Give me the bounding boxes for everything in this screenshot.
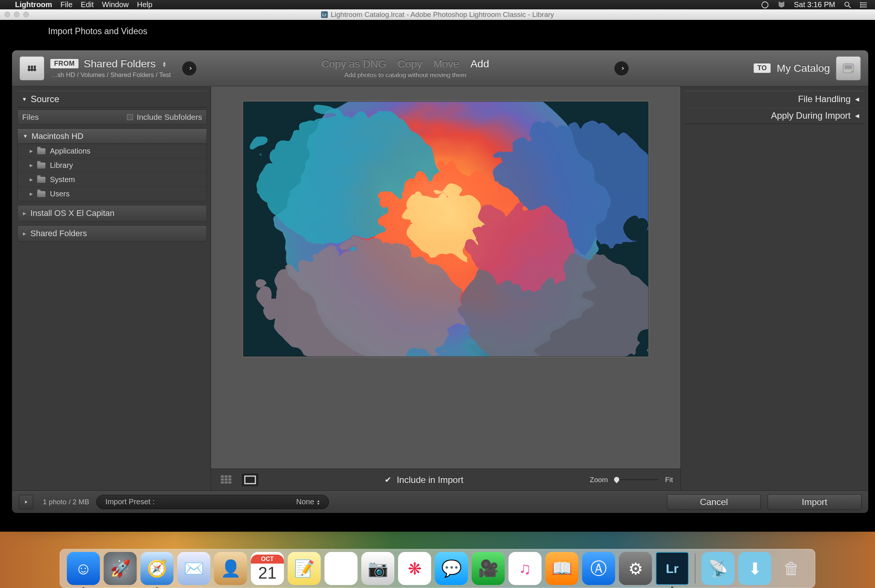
destination-drive-icon[interactable]	[836, 56, 861, 80]
creative-cloud-icon[interactable]	[761, 1, 769, 9]
dock-app-notes[interactable]: 📝	[288, 552, 321, 585]
svg-point-11	[33, 68, 36, 71]
include-subfolders-checkbox[interactable]	[127, 114, 133, 120]
dock-app-sysprefs[interactable]: ⚙	[619, 552, 652, 585]
source-drive-icon[interactable]	[20, 56, 44, 80]
dock-app-photos[interactable]: ❋	[398, 552, 431, 585]
dock-separator	[695, 553, 695, 583]
source-picker-icon[interactable]: ▴▾	[163, 61, 166, 67]
dock-app-facetime[interactable]: 🎥	[472, 552, 505, 585]
chevron-right-icon: ▶	[30, 163, 33, 168]
minimize-window-button[interactable]	[14, 12, 20, 17]
folder-system[interactable]: ▶System	[18, 172, 207, 187]
volume-label: Macintosh HD	[32, 131, 83, 141]
preview-area	[211, 86, 680, 469]
chevron-right-icon: ▶	[30, 191, 33, 196]
svg-rect-16	[845, 65, 852, 69]
fit-label[interactable]: Fit	[665, 476, 673, 484]
folder-icon	[37, 148, 45, 154]
svg-point-6	[860, 2, 861, 3]
svg-rect-35	[228, 481, 231, 484]
dock-app-launchpad[interactable]: 🚀	[104, 552, 137, 585]
dock-app-appstore[interactable]: Ⓐ	[582, 552, 615, 585]
dock-app-photobooth[interactable]: 📷	[361, 552, 394, 585]
cancel-button[interactable]: Cancel	[667, 494, 761, 510]
menu-file[interactable]: File	[60, 0, 72, 9]
dock-app-downloads[interactable]: ⬇	[738, 552, 771, 585]
dock-app-contacts[interactable]: 👤	[214, 552, 247, 585]
app-doc-icon: Lr	[321, 11, 328, 18]
mode-copy[interactable]: Copy	[398, 58, 422, 70]
minimize-import-button[interactable]	[19, 495, 33, 509]
folder-users[interactable]: ▶Users	[18, 187, 207, 201]
preview-panel: ✔ Include in Import Zoom Fit	[211, 86, 680, 490]
zoom-slider[interactable]	[614, 479, 659, 480]
close-window-button[interactable]	[5, 12, 10, 17]
volume-macintosh-hd[interactable]: ▼ Macintosh HD	[18, 129, 207, 144]
folder-icon	[37, 191, 45, 197]
dock-app-finder[interactable]: ☺	[67, 552, 100, 585]
menu-window[interactable]: Window	[102, 0, 129, 9]
file-handling-header[interactable]: File Handling ◀	[685, 91, 864, 107]
dock-app-reminders[interactable]: ▥	[324, 552, 358, 585]
svg-rect-13	[31, 65, 33, 68]
dock-app-airdrop[interactable]: 📡	[702, 552, 735, 585]
menu-edit[interactable]: Edit	[81, 0, 94, 9]
volume-shared-folders[interactable]: ▶Shared Folders	[17, 225, 207, 242]
macos-menubar: Lightroom File Edit Window Help Sat 3:16…	[0, 0, 875, 9]
include-subfolders-label: Include Subfolders	[137, 113, 202, 122]
notification-center-icon[interactable]	[860, 1, 868, 9]
import-button[interactable]: Import	[768, 494, 861, 510]
dock-app-safari[interactable]: 🧭	[140, 552, 173, 585]
mode-move[interactable]: Move	[433, 58, 459, 70]
source-section-header[interactable]: ▼ Source	[17, 91, 207, 107]
zoom-slider-knob[interactable]	[613, 476, 620, 483]
files-label: Files	[22, 113, 39, 122]
dock-app-trash[interactable]: 🗑	[775, 552, 808, 585]
grid-view-button[interactable]	[219, 473, 235, 486]
dock-app-mail[interactable]: ✉️	[177, 552, 210, 585]
folder-icon	[37, 177, 45, 183]
dock-app-calendar[interactable]: OCT21	[251, 552, 284, 585]
source-path: …sh HD / Volumes / Shared Folders / Test	[51, 71, 171, 79]
apply-during-import-header[interactable]: Apply During Import ◀	[685, 107, 864, 124]
menu-help[interactable]: Help	[137, 0, 152, 9]
spotlight-icon[interactable]	[843, 1, 852, 9]
dock-app-ibooks[interactable]: 📖	[545, 552, 578, 585]
script-menu-icon[interactable]	[777, 1, 786, 9]
mode-add[interactable]: Add	[471, 58, 489, 70]
svg-point-26	[461, 195, 566, 278]
svg-point-10	[30, 68, 33, 71]
import-preset-picker[interactable]: Import Preset : None▴▾	[96, 495, 329, 509]
source-panel: ▼ Source Files Include Subfolders ▼ Maci…	[12, 86, 211, 490]
chevron-right-icon: ▶	[30, 177, 33, 182]
mode-copy-dng[interactable]: Copy as DNG	[321, 58, 386, 70]
svg-rect-12	[28, 65, 30, 68]
zoom-window-button[interactable]	[23, 12, 29, 17]
app-menu[interactable]: Lightroom	[15, 0, 52, 9]
include-in-import-toggle[interactable]: ✔ Include in Import	[265, 475, 583, 485]
dock-app-lightroom[interactable]: Lr	[656, 552, 689, 585]
volume-install-osx[interactable]: ▶Install OS X El Capitan	[17, 205, 207, 222]
dock-app-itunes[interactable]: ♫	[508, 552, 542, 585]
apply-during-import-label: Apply During Import	[771, 110, 851, 121]
import-preset-label: Import Preset :	[106, 498, 155, 506]
chevron-left-icon: ◀	[855, 96, 859, 102]
destination-title[interactable]: My Catalog	[777, 62, 830, 74]
files-row: Files Include Subfolders	[17, 110, 207, 125]
photo-thumbnail[interactable]	[243, 101, 649, 357]
source-title[interactable]: Shared Folders	[84, 58, 155, 70]
volume-tree: ▼ Macintosh HD ▶Applications ▶Library ▶S…	[17, 128, 207, 201]
loupe-view-button[interactable]	[242, 473, 258, 486]
menubar-clock[interactable]: Sat 3:16 PM	[794, 0, 835, 9]
to-badge: TO	[754, 63, 771, 73]
traffic-lights[interactable]	[5, 12, 29, 17]
folder-applications[interactable]: ▶Applications	[18, 144, 207, 158]
volume-label: Shared Folders	[30, 229, 87, 238]
dock-app-messages[interactable]: 💬	[435, 552, 468, 585]
import-dialog-header-peek: Import Photos and Videos	[48, 26, 147, 36]
svg-rect-32	[228, 478, 231, 481]
folder-library[interactable]: ▶Library	[18, 158, 207, 172]
file-handling-label: File Handling	[798, 94, 851, 104]
svg-point-7	[860, 5, 861, 5]
